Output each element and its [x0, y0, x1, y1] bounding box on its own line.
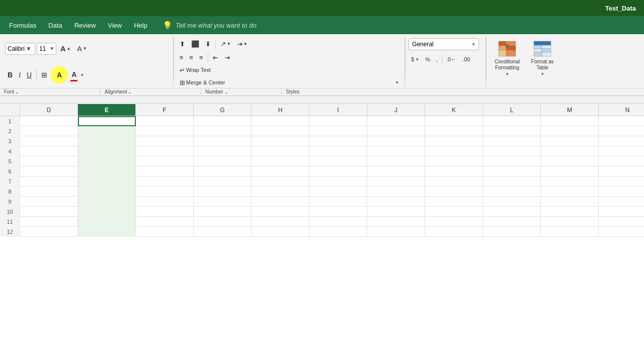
col-header-f[interactable]: F — [136, 104, 194, 116]
grid-cell[interactable] — [136, 197, 194, 207]
increase-indent-button[interactable]: ⇥ — [222, 52, 232, 63]
col-header-h[interactable]: H — [252, 104, 309, 116]
grid-cell[interactable] — [367, 116, 425, 126]
menu-help[interactable]: Help — [129, 20, 152, 31]
grid-cell[interactable] — [136, 136, 194, 146]
grid-cell[interactable] — [194, 217, 252, 227]
grid-cell[interactable] — [20, 116, 78, 126]
grid-cell[interactable] — [599, 156, 644, 166]
grid-cell[interactable] — [78, 136, 136, 146]
grid-cell[interactable] — [309, 227, 367, 237]
align-bottom-button[interactable]: ⬇ — [203, 38, 213, 49]
menu-review[interactable]: Review — [69, 20, 101, 31]
grid-cell[interactable] — [541, 136, 599, 146]
grid-cell[interactable] — [20, 136, 78, 146]
grid-cell[interactable] — [252, 217, 309, 227]
grid-cell[interactable] — [78, 146, 136, 156]
grid-cell[interactable] — [309, 217, 367, 227]
menu-data[interactable]: Data — [43, 20, 67, 31]
grid-cell[interactable] — [541, 197, 599, 207]
grid-cell[interactable] — [541, 126, 599, 136]
grid-cell[interactable] — [20, 217, 78, 227]
grid-cell[interactable] — [599, 166, 644, 176]
align-center-button[interactable]: ≡ — [187, 52, 196, 63]
grid-cell[interactable] — [252, 187, 309, 197]
orientation-button[interactable]: ↗▼ — [218, 38, 233, 49]
format-as-table-button[interactable]: Format asTable ▼ — [526, 38, 558, 79]
grid-cell[interactable] — [309, 136, 367, 146]
grid-cell[interactable] — [136, 187, 194, 197]
grid-cell[interactable] — [78, 197, 136, 207]
align-middle-button[interactable]: ⬛ — [189, 38, 202, 49]
grid-cell[interactable] — [252, 136, 309, 146]
grid-cell[interactable] — [309, 126, 367, 136]
comma-button[interactable]: , — [434, 54, 440, 65]
decrease-decimal-button[interactable]: .00 — [460, 54, 472, 65]
grid-cell[interactable] — [20, 176, 78, 187]
grid-cell[interactable] — [252, 146, 309, 156]
grid-cell[interactable] — [425, 176, 483, 187]
grid-cell[interactable] — [483, 197, 541, 207]
grid-cell[interactable] — [20, 227, 78, 237]
col-header-g[interactable]: G — [194, 104, 252, 116]
grid-cell[interactable] — [367, 187, 425, 197]
grid-cell[interactable] — [541, 187, 599, 197]
bold-button[interactable]: B — [5, 69, 15, 80]
grid-cell[interactable] — [20, 156, 78, 166]
grid-cell[interactable] — [425, 227, 483, 237]
grid-cell[interactable] — [367, 217, 425, 227]
font-color-arrow[interactable]: ▼ — [80, 73, 84, 77]
col-header-k[interactable]: K — [425, 104, 483, 116]
grid-cell[interactable] — [20, 126, 78, 136]
menu-view[interactable]: View — [103, 20, 127, 31]
grid-cell[interactable] — [599, 176, 644, 187]
grid-cell[interactable] — [367, 197, 425, 207]
grid-cell[interactable] — [425, 156, 483, 166]
grid-cell[interactable] — [252, 116, 309, 126]
grid-cell[interactable] — [483, 187, 541, 197]
currency-button[interactable]: $ ▼ — [409, 54, 422, 65]
grid-cell[interactable] — [541, 176, 599, 187]
grid-cell[interactable] — [541, 227, 599, 237]
grid-cell[interactable] — [194, 187, 252, 197]
col-header-n[interactable]: N — [599, 104, 644, 116]
grid-cell[interactable] — [252, 156, 309, 166]
grid-cell[interactable] — [252, 227, 309, 237]
grid-cell[interactable] — [309, 146, 367, 156]
grid-cell[interactable] — [309, 166, 367, 176]
grid-cell[interactable] — [367, 207, 425, 217]
col-header-e[interactable]: E — [78, 104, 136, 116]
font-color-button[interactable]: A — [69, 69, 79, 80]
grid-cell[interactable] — [20, 146, 78, 156]
grid-cell[interactable] — [136, 156, 194, 166]
grid-cell[interactable] — [136, 176, 194, 187]
grid-cell[interactable] — [367, 146, 425, 156]
text-direction-button[interactable]: ⇥▼ — [234, 38, 250, 49]
grid-cell[interactable] — [78, 116, 136, 126]
grid-cell[interactable] — [541, 217, 599, 227]
col-header-d[interactable]: D — [20, 104, 78, 116]
grid-cell[interactable] — [20, 207, 78, 217]
grid-cell[interactable] — [309, 116, 367, 126]
grid-cell[interactable] — [599, 207, 644, 217]
grid-cell[interactable] — [541, 156, 599, 166]
grid-cell[interactable] — [599, 227, 644, 237]
wrap-text-button[interactable]: ↵ Wrap Text — [177, 64, 401, 75]
grid-cell[interactable] — [367, 126, 425, 136]
decrease-indent-button[interactable]: ⇤ — [210, 52, 221, 63]
grid-cell[interactable] — [136, 217, 194, 227]
grid-cell[interactable] — [194, 136, 252, 146]
grid-cell[interactable] — [78, 176, 136, 187]
grid-cell[interactable] — [136, 126, 194, 136]
grid-cell[interactable] — [599, 116, 644, 126]
grid-cell[interactable] — [136, 166, 194, 176]
grid-cell[interactable] — [483, 136, 541, 146]
grid-cell[interactable] — [309, 207, 367, 217]
grid-cell[interactable] — [252, 126, 309, 136]
font-size-box[interactable]: 11 ▼ — [37, 43, 56, 55]
grid-cell[interactable] — [599, 197, 644, 207]
grid-cell[interactable] — [194, 227, 252, 237]
grid-cell[interactable] — [309, 156, 367, 166]
grid-cell[interactable] — [541, 146, 599, 156]
grid-cell[interactable] — [194, 207, 252, 217]
